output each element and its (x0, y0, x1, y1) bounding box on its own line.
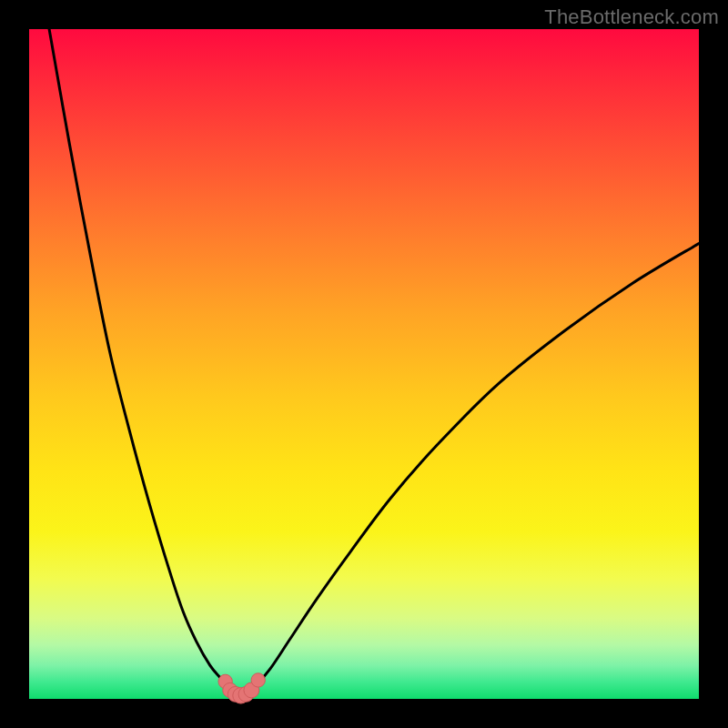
trough-marker (251, 673, 265, 687)
watermark-text: TheBottleneck.com (544, 5, 719, 29)
trough-marker-group (218, 673, 265, 703)
chart-frame: TheBottleneck.com (0, 0, 728, 728)
curve-right-branch (257, 244, 699, 684)
curve-left-branch (49, 29, 227, 684)
plot-area (29, 29, 699, 699)
bottleneck-curve (29, 29, 699, 699)
